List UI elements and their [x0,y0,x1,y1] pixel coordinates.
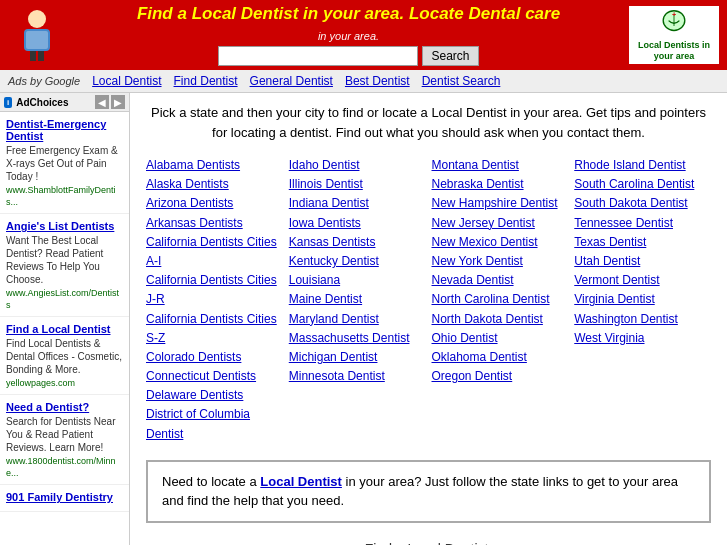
nav-link-dentist-search[interactable]: Dentist Search [422,74,501,88]
svg-rect-4 [38,51,44,61]
main-layout: i AdChoices ◀ ▶ Dentist-Emergency Dentis… [0,93,727,545]
state-link-1-9[interactable]: Massachusetts Dentist [289,329,426,348]
prev-ad-button[interactable]: ◀ [95,95,109,109]
state-link-0-3[interactable]: Arkansas Dentists [146,214,283,233]
sidebar-ad-3-url: www.1800dentist.com/Minne... [6,456,116,478]
nav-bar: Ads by Google Local Dentist Find Dentist… [0,70,727,93]
state-link-2-11[interactable]: Oregon Dentist [432,367,569,386]
state-link-0-10[interactable]: District of Columbia Dentist [146,405,283,443]
state-link-3-9[interactable]: West Virginia [574,329,711,348]
bottom-box-text: Need to locate a Local Dentist in your a… [162,474,678,509]
search-button[interactable]: Search [422,46,478,66]
bottom-text-before: Need to locate a [162,474,260,489]
state-link-3-8[interactable]: Washington Dentist [574,310,711,329]
sidebar-ad-3: Need a Dentist? Search for Dentists Near… [0,395,129,485]
state-link-3-4[interactable]: Texas Dentist [574,233,711,252]
state-link-2-6[interactable]: Nevada Dentist [432,271,569,290]
adchoices-icon: i [4,97,12,108]
state-link-0-4[interactable]: California Dentists Cities A-I [146,233,283,271]
state-link-3-1[interactable]: South Carolina Dentist [574,175,711,194]
header-center: Find a Local Dentist in your area. Locat… [76,4,621,66]
main-content: Pick a state and then your city to find … [130,93,727,545]
nav-link-best-dentist[interactable]: Best Dentist [345,74,410,88]
states-col-2: Montana DentistNebraska DentistNew Hamps… [432,156,569,444]
nav-link-general-dentist[interactable]: General Dentist [250,74,333,88]
state-link-2-9[interactable]: Ohio Dentist [432,329,569,348]
left-sidebar: i AdChoices ◀ ▶ Dentist-Emergency Dentis… [0,93,130,545]
sidebar-ad-1-title[interactable]: Angie's List Dentists [6,220,123,232]
state-link-2-10[interactable]: Oklahoma Dentist [432,348,569,367]
states-grid: Alabama DentistsAlaska DentistsArizona D… [146,156,711,444]
sidebar-ad-4: 901 Family Dentistry [0,485,129,512]
state-link-0-1[interactable]: Alaska Dentists [146,175,283,194]
sidebar-ad-1: Angie's List Dentists Want The Best Loca… [0,214,129,317]
state-link-2-1[interactable]: Nebraska Dentist [432,175,569,194]
sidebar-ad-3-body: Search for Dentists Near You & Read Pati… [6,416,116,453]
sidebar-ad-3-title[interactable]: Need a Dentist? [6,401,123,413]
nav-link-find-dentist[interactable]: Find Dentist [174,74,238,88]
state-link-1-7[interactable]: Maine Dentist [289,290,426,309]
bottom-link[interactable]: Local Dentist [260,474,342,489]
state-link-0-9[interactable]: Delaware Dentists [146,386,283,405]
svg-rect-3 [30,51,36,61]
states-col-0: Alabama DentistsAlaska DentistsArizona D… [146,156,283,444]
state-link-3-5[interactable]: Utah Dentist [574,252,711,271]
svg-point-1 [28,10,46,28]
state-link-2-8[interactable]: North Dakota Dentist [432,310,569,329]
state-link-1-4[interactable]: Kansas Dentists [289,233,426,252]
state-link-1-10[interactable]: Michigan Dentist [289,348,426,367]
state-link-1-1[interactable]: Illinois Dentist [289,175,426,194]
state-link-2-5[interactable]: New York Dentist [432,252,569,271]
search-input[interactable] [218,46,418,66]
state-link-3-3[interactable]: Tennessee Dentist [574,214,711,233]
state-link-1-8[interactable]: Maryland Dentist [289,310,426,329]
svg-rect-5 [26,31,48,49]
state-link-1-5[interactable]: Kentucky Dentist [289,252,426,271]
states-col-1: Idaho DentistIllinois DentistIndiana Den… [289,156,426,444]
search-bar: Search [76,46,621,66]
adchoices-label: AdChoices [16,97,68,108]
header-logo-right: + Local Dentists in your area [629,6,719,64]
find-local-footer: Find a Local Dentist. [146,533,711,545]
sidebar-ad-0-title[interactable]: Dentist-Emergency Dentist [6,118,123,142]
state-link-2-2[interactable]: New Hampshire Dentist [432,194,569,213]
state-link-0-6[interactable]: California Dentists Cities S-Z [146,310,283,348]
state-link-2-3[interactable]: New Jersey Dentist [432,214,569,233]
next-ad-button[interactable]: ▶ [111,95,125,109]
nav-link-local-dentist[interactable]: Local Dentist [92,74,161,88]
state-link-3-7[interactable]: Virginia Dentist [574,290,711,309]
adchoices-arrows: ◀ ▶ [95,95,125,109]
state-link-2-4[interactable]: New Mexico Dentist [432,233,569,252]
state-link-2-7[interactable]: North Carolina Dentist [432,290,569,309]
sidebar-ad-2-body: Find Local Dentists & Dental Offices - C… [6,338,122,375]
state-link-1-11[interactable]: Minnesota Dentist [289,367,426,386]
state-link-0-5[interactable]: California Dentists Cities J-R [146,271,283,309]
logo-text: Local Dentists in your area [631,40,717,62]
sidebar-ad-1-body: Want The Best Local Dentist? Read Patien… [6,235,103,285]
header-title: Find a Local Dentist in your area. Locat… [76,4,621,24]
state-link-3-2[interactable]: South Dakota Dentist [574,194,711,213]
ads-by-google-label: Ads by Google [8,75,80,87]
state-link-0-8[interactable]: Connecticut Dentists [146,367,283,386]
bottom-box: Need to locate a Local Dentist in your a… [146,460,711,523]
state-link-0-0[interactable]: Alabama Dentists [146,156,283,175]
state-link-2-0[interactable]: Montana Dentist [432,156,569,175]
state-link-1-3[interactable]: Iowa Dentists [289,214,426,233]
sidebar-ad-4-title[interactable]: 901 Family Dentistry [6,491,123,503]
state-link-3-6[interactable]: Vermont Dentist [574,271,711,290]
states-col-3: Rhode Island DentistSouth Carolina Denti… [574,156,711,444]
state-link-1-0[interactable]: Idaho Dentist [289,156,426,175]
sidebar-ad-2-title[interactable]: Find a Local Dentist [6,323,123,335]
state-link-1-6[interactable]: Louisiana [289,271,426,290]
header: Find a Local Dentist in your area. Locat… [0,0,727,70]
sidebar-ad-0: Dentist-Emergency Dentist Free Emergency… [0,112,129,214]
sidebar-ad-0-body: Free Emergency Exam & X-rays Get Out of … [6,145,118,182]
sidebar-ad-1-url: www.AngiesList.com/Dentists [6,288,119,310]
state-link-0-7[interactable]: Colorado Dentists [146,348,283,367]
state-link-0-2[interactable]: Arizona Dentists [146,194,283,213]
adchoices-bar: i AdChoices ◀ ▶ [0,93,129,112]
state-link-3-0[interactable]: Rhode Island Dentist [574,156,711,175]
header-subtitle: in your area. [76,30,621,42]
sidebar-ad-2: Find a Local Dentist Find Local Dentists… [0,317,129,395]
state-link-1-2[interactable]: Indiana Dentist [289,194,426,213]
